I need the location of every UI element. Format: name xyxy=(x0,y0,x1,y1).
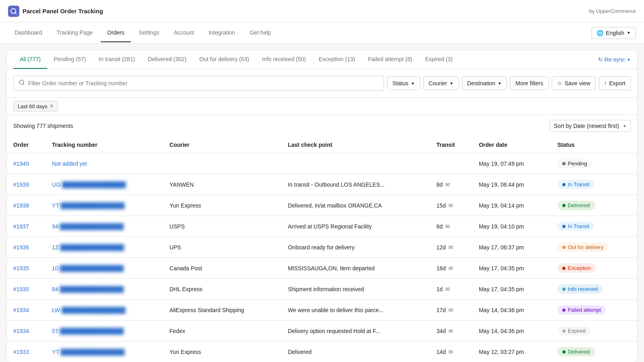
mail-icon: ✉ xyxy=(445,181,450,188)
transit-cell: 1d✉ xyxy=(430,279,473,300)
tracking-number[interactable]: YT ████████████████ xyxy=(52,202,124,209)
tab-in-transit[interactable]: In transit (281) xyxy=(92,50,141,69)
order-link[interactable]: #1934 xyxy=(13,307,29,313)
checkpoint-cell: We were unable to deliver this parce... xyxy=(281,300,430,321)
courier-cell: Yun Express xyxy=(163,195,281,216)
order-link[interactable]: #1936 xyxy=(13,244,29,251)
order-link[interactable]: #1939 xyxy=(13,181,29,188)
tracking-cell: LW ████████████████ xyxy=(45,300,163,321)
col-order-date: Order date xyxy=(473,137,551,153)
order-link[interactable]: #1934 xyxy=(13,328,29,334)
tab-delivered[interactable]: Delivered (302) xyxy=(142,50,193,69)
transit-cell: 16d✉ xyxy=(430,258,473,279)
main-card: All (777) Pending (57) In transit (281) … xyxy=(6,50,638,362)
order-cell: #1936 xyxy=(7,237,45,258)
transit-value: 8d xyxy=(436,181,443,188)
search-input[interactable] xyxy=(28,80,379,86)
col-status: Status xyxy=(551,137,637,153)
tab-expired[interactable]: Expired (3) xyxy=(419,50,459,69)
more-filters-button[interactable]: More filters xyxy=(510,76,548,90)
chevron-down-icon-courier: ▼ xyxy=(450,81,454,86)
status-dot xyxy=(562,162,566,165)
order-cell: #1937 xyxy=(7,216,45,237)
order-date-cell: May 19, 04:14 pm xyxy=(473,195,551,216)
date-range-tag[interactable]: Last 60 days × xyxy=(13,101,58,111)
tracking-number[interactable]: Not added yet xyxy=(52,160,87,167)
order-link[interactable]: #1933 xyxy=(13,349,29,355)
tracking-number[interactable]: 1Z ████████████████ xyxy=(52,244,124,251)
status-badge: Failed attempt xyxy=(557,305,606,315)
export-button[interactable]: ↑ Export xyxy=(599,76,631,90)
status-dot xyxy=(562,246,566,249)
export-label: Export xyxy=(609,80,625,86)
save-view-button[interactable]: ☆ Save view xyxy=(552,76,596,90)
transit-value: 16d xyxy=(436,265,446,272)
checkpoint-cell: Delivered xyxy=(281,341,430,362)
order-date-cell: May 17, 04:35 pm xyxy=(473,279,551,300)
transit-cell xyxy=(430,153,473,174)
status-badge: In Transit xyxy=(557,222,594,231)
nav-settings[interactable]: Settings xyxy=(132,24,166,42)
showing-count: Showing 777 shipments xyxy=(13,123,73,129)
save-view-label: Save view xyxy=(565,80,590,86)
transit-cell: 15d✉ xyxy=(430,195,473,216)
nav-orders[interactable]: Orders xyxy=(101,24,131,42)
nav-get-help[interactable]: Get help xyxy=(243,24,277,42)
order-link[interactable]: #1935 xyxy=(13,265,29,272)
order-cell: #1933 xyxy=(7,341,45,362)
order-link[interactable]: #1938 xyxy=(13,202,29,209)
sort-select[interactable]: Sort by Date (newest first) Sort by Date… xyxy=(549,120,631,132)
chevron-down-icon: ▼ xyxy=(627,31,631,35)
tag-close-icon[interactable]: × xyxy=(50,103,54,109)
transit-value: 6d xyxy=(436,223,443,230)
status-dot xyxy=(562,309,566,312)
tracking-number[interactable]: 84 ████████████████ xyxy=(52,286,124,292)
status-filter-button[interactable]: Status ▼ xyxy=(387,76,420,90)
tracking-number[interactable]: UG ████████████████ xyxy=(52,181,126,188)
status-cell: Delivered xyxy=(551,195,637,216)
transit-cell: 8d✉ xyxy=(430,174,473,195)
nav-tracking-page[interactable]: Tracking Page xyxy=(50,24,99,42)
search-box[interactable] xyxy=(13,76,384,91)
tracking-cell: UG ████████████████ xyxy=(45,174,163,195)
tracking-cell: 10 ████████████████ xyxy=(45,258,163,279)
tag-label: Last 60 days xyxy=(18,103,47,109)
order-cell: #1934 xyxy=(7,300,45,321)
order-link[interactable]: #1940 xyxy=(13,160,29,167)
tracking-number[interactable]: 57 ████████████████ xyxy=(52,328,124,334)
tracking-cell: Not added yet xyxy=(45,153,163,174)
order-link[interactable]: #1935 xyxy=(13,286,29,292)
table-row: #193794 ████████████████USPSArrived at U… xyxy=(7,216,637,237)
nav-dashboard[interactable]: Dashboard xyxy=(8,24,49,42)
order-date-cell: May 12, 03:27 pm xyxy=(473,341,551,362)
tracking-number[interactable]: YT ████████████████ xyxy=(52,349,124,355)
transit-cell: 34d✉ xyxy=(430,321,473,341)
nav-integration[interactable]: Integration xyxy=(202,24,242,42)
tab-info-received[interactable]: Info received (50) xyxy=(256,50,312,69)
status-cell: Pending xyxy=(551,153,637,174)
courier-filter-button[interactable]: Courier ▼ xyxy=(423,76,459,90)
tab-out-for-delivery[interactable]: Out for delivery (63) xyxy=(193,50,256,69)
nav-account[interactable]: Account xyxy=(167,24,201,42)
tab-pending[interactable]: Pending (57) xyxy=(47,50,92,69)
checkpoint-cell: Arrived at USPS Regional Facility xyxy=(281,216,430,237)
tracking-number[interactable]: LW ████████████████ xyxy=(52,307,126,313)
status-cell: Info received xyxy=(551,279,637,300)
order-link[interactable]: #1937 xyxy=(13,223,29,230)
tracking-number[interactable]: 10 ████████████████ xyxy=(52,265,124,272)
table-row: #19361Z ████████████████UPSOnboard ready… xyxy=(7,237,637,258)
destination-filter-button[interactable]: Destination ▼ xyxy=(462,76,507,90)
status-badge: Info received xyxy=(557,284,603,294)
order-cell: #1938 xyxy=(7,195,45,216)
order-cell: #1939 xyxy=(7,174,45,195)
table-row: #1933YT ████████████████Yun ExpressDeliv… xyxy=(7,341,637,362)
app-logo: Parcel Panel Order Tracking xyxy=(8,6,589,17)
tab-failed-attempt[interactable]: Failed attempt (8) xyxy=(361,50,419,69)
resync-button[interactable]: ↻ Re-sync ▼ xyxy=(598,50,631,69)
tracking-number[interactable]: 94 ████████████████ xyxy=(52,223,124,230)
language-selector[interactable]: 🌐 English ▼ xyxy=(591,27,636,39)
tab-all[interactable]: All (777) xyxy=(13,50,47,69)
tab-exception[interactable]: Exception (13) xyxy=(312,50,361,69)
status-dot xyxy=(562,288,566,291)
status-badge: In Transit xyxy=(557,180,594,189)
